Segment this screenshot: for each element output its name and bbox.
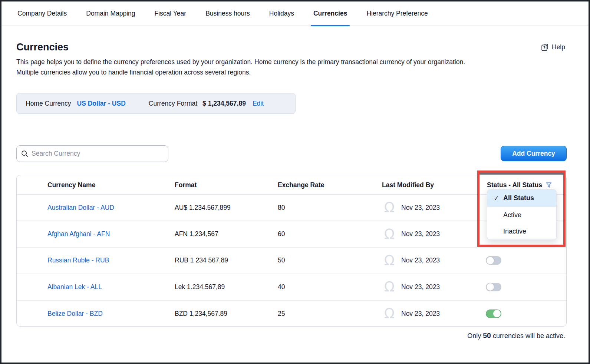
add-currency-button[interactable]: Add Currency (501, 146, 567, 161)
currency-link[interactable]: Belize Dollar - BZD (47, 310, 103, 318)
home-currency-bar: Home Currency US Dollar - USD Currency F… (16, 93, 296, 114)
exchange-rate-value: 50 (278, 248, 285, 274)
dropdown-option-active[interactable]: ✓ Active (487, 207, 556, 223)
format-value: Lek 1.234.567,89 (175, 274, 225, 300)
note-count: 50 (483, 331, 491, 340)
format-value: RUB 1 234 567,89 (175, 248, 228, 274)
help-doc-icon: ? (541, 43, 549, 52)
modified-date: Nov 23, 2023 (401, 310, 440, 318)
status-filter-label: Status - All Status (487, 181, 542, 189)
user-avatar-icon: Ω (382, 279, 397, 294)
exchange-rate-value: 80 (278, 195, 285, 221)
modified-date: Nov 23, 2023 (401, 257, 440, 264)
modified-date: Nov 23, 2023 (401, 283, 440, 291)
modified-date: Nov 23, 2023 (401, 204, 440, 212)
tab-fiscal-year[interactable]: Fiscal Year (155, 1, 187, 26)
toggle-knob (487, 283, 494, 291)
annotation-top-shade (479, 173, 563, 175)
edit-format-link[interactable]: Edit (253, 100, 264, 107)
currency-table: Currency Name Format Exchange Rate Last … (16, 175, 567, 327)
table-header-row: Currency Name Format Exchange Rate Last … (17, 175, 566, 195)
exchange-rate-value: 25 (278, 301, 285, 327)
help-label: Help (552, 43, 565, 51)
header-exchange-rate: Exchange Rate (278, 175, 324, 195)
exchange-rate-value: 60 (278, 221, 285, 247)
status-toggle-off[interactable] (486, 283, 501, 291)
format-value: AU$ 1.234.567,899 (175, 195, 231, 221)
format-value: BZD 1,234,567.89 (175, 301, 227, 327)
user-avatar-icon: Ω (382, 306, 397, 321)
exchange-rate-value: 40 (278, 274, 285, 300)
option-label: All Status (503, 194, 534, 202)
table-row: Australian Dollar - AUD AU$ 1.234.567,89… (17, 195, 566, 221)
home-currency-value[interactable]: US Dollar - USD (77, 100, 126, 107)
active-currency-note: Only 50 currencies will be active. (467, 331, 565, 340)
tab-currencies[interactable]: Currencies (313, 1, 347, 26)
format-value: AFN 1,234,567 (175, 221, 218, 247)
search-currency-box (16, 145, 168, 162)
help-link[interactable]: ? Help (541, 43, 565, 52)
header-format: Format (175, 175, 197, 195)
note-suffix: currencies will be active. (491, 332, 565, 340)
toggle-knob (487, 257, 494, 264)
option-label: Inactive (503, 228, 526, 235)
home-currency-label: Home Currency (26, 100, 71, 107)
user-avatar-icon: Ω (382, 253, 397, 268)
table-row: Albanian Lek - ALL Lek 1.234.567,89 40 Ω… (17, 274, 566, 300)
table-row: Belize Dollar - BZD BZD 1,234,567.89 25 … (17, 301, 566, 327)
status-toggle-off[interactable] (486, 256, 501, 265)
modified-date: Nov 23, 2023 (401, 230, 440, 238)
page-description: This page helps you to define the curren… (16, 57, 484, 77)
option-label: Active (503, 211, 521, 219)
user-avatar-icon: Ω (382, 227, 397, 242)
dropdown-option-inactive[interactable]: ✓ Inactive (487, 223, 556, 239)
tab-domain-mapping[interactable]: Domain Mapping (86, 1, 135, 26)
header-last-modified: Last Modified By (382, 175, 434, 195)
table-row: Russian Ruble - RUB RUB 1 234 567,89 50 … (17, 248, 566, 274)
settings-window: Company Details Domain Mapping Fiscal Ye… (0, 0, 590, 364)
currency-link[interactable]: Russian Ruble - RUB (47, 257, 109, 264)
tab-business-hours[interactable]: Business hours (205, 1, 250, 26)
search-currency-input[interactable] (32, 150, 164, 158)
status-filter-dropdown: ✓ All Status ✓ Active ✓ Inactive (487, 189, 557, 240)
currency-format-label: Currency Format (149, 100, 197, 107)
search-icon (21, 150, 28, 157)
header-currency-name: Currency Name (47, 175, 95, 195)
tab-holidays[interactable]: Holidays (269, 1, 294, 26)
note-prefix: Only (467, 332, 483, 340)
page-title: Currencies (16, 42, 69, 53)
tab-hierarchy-preference[interactable]: Hierarchy Preference (366, 1, 428, 26)
currency-link[interactable]: Afghan Afghani - AFN (47, 230, 110, 238)
currency-link[interactable]: Albanian Lek - ALL (47, 283, 102, 291)
settings-tabbar: Company Details Domain Mapping Fiscal Ye… (1, 1, 589, 26)
toggle-knob (493, 310, 501, 317)
table-row: Afghan Afghani - AFN AFN 1,234,567 60 Ω … (17, 221, 566, 247)
status-toggle-on[interactable] (486, 310, 501, 318)
svg-text:?: ? (543, 46, 545, 50)
currency-format-value: $ 1,234,567.89 (202, 100, 246, 107)
checkmark-icon: ✓ (494, 194, 503, 202)
filter-funnel-icon[interactable] (545, 182, 552, 188)
currency-link[interactable]: Australian Dollar - AUD (47, 204, 114, 212)
user-avatar-icon: Ω (382, 200, 397, 215)
dropdown-option-all-status[interactable]: ✓ All Status (487, 189, 556, 207)
tab-company-details[interactable]: Company Details (17, 1, 67, 26)
